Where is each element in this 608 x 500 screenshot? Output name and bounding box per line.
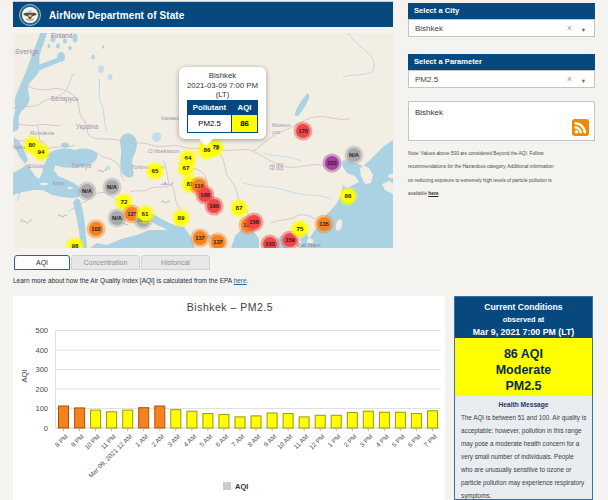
svg-text:137: 137 — [213, 239, 223, 245]
svg-text:8 PM: 8 PM — [53, 432, 69, 448]
svg-text:10 PM: 10 PM — [82, 432, 100, 450]
svg-text:102: 102 — [91, 226, 101, 232]
svg-text:89: 89 — [178, 214, 185, 221]
svg-text:137: 137 — [195, 235, 205, 241]
svg-text:98: 98 — [72, 242, 79, 248]
svg-text:AQI: AQI — [20, 369, 29, 382]
svg-text:1 PM: 1 PM — [326, 432, 342, 448]
svg-text:500: 500 — [35, 326, 48, 335]
svg-text:5 PM: 5 PM — [390, 432, 406, 448]
svg-text:7 AM: 7 AM — [230, 432, 245, 447]
svg-text:2 PM: 2 PM — [342, 432, 358, 448]
svg-text:200: 200 — [35, 384, 48, 393]
svg-text:Кипр: Кипр — [53, 180, 64, 186]
svg-text:Монгол: Монгол — [272, 122, 291, 128]
svg-text:Sverige: Sverige — [15, 48, 39, 56]
svg-text:N/A: N/A — [82, 188, 93, 194]
svg-text:158: 158 — [249, 219, 259, 225]
svg-text:Ελλάς: Ελλάς — [28, 163, 44, 169]
svg-text:N/A: N/A — [112, 215, 123, 221]
svg-text:AQI: AQI — [235, 482, 248, 491]
svg-text:România: România — [30, 130, 55, 136]
svg-text:8 AM: 8 AM — [246, 432, 261, 447]
svg-text:87: 87 — [236, 204, 243, 211]
svg-text:6 PM: 6 PM — [406, 432, 422, 448]
svg-text:86: 86 — [345, 192, 352, 199]
svg-text:Türkiye: Türkiye — [71, 162, 92, 170]
svg-text:N/A: N/A — [349, 152, 360, 158]
svg-text:Finland: Finland — [51, 33, 73, 39]
svg-text:11 AM: 11 AM — [291, 432, 309, 450]
svg-text:N/A: N/A — [107, 184, 118, 190]
svg-text:3 AM: 3 AM — [165, 432, 180, 447]
svg-text:0: 0 — [43, 423, 47, 432]
svg-text:Bishkek – PM2.5: Bishkek – PM2.5 — [186, 301, 272, 313]
svg-text:улс: улс — [272, 129, 281, 135]
svg-text:61: 61 — [142, 210, 149, 217]
svg-text:65: 65 — [152, 167, 159, 174]
svg-text:400: 400 — [35, 345, 48, 354]
svg-text:300: 300 — [35, 365, 48, 374]
svg-text:153: 153 — [265, 241, 275, 247]
svg-text:6 AM: 6 AM — [214, 432, 229, 447]
svg-text:3 PM: 3 PM — [358, 432, 374, 448]
svg-text:5 AM: 5 AM — [198, 432, 213, 447]
svg-text:176: 176 — [298, 128, 308, 134]
svg-text:7 PM: 7 PM — [422, 432, 438, 448]
svg-text:10 AM: 10 AM — [275, 432, 293, 450]
svg-text:100: 100 — [35, 404, 48, 413]
svg-text:135: 135 — [319, 221, 329, 227]
svg-text:94: 94 — [38, 148, 45, 155]
svg-text:Україна: Україна — [76, 123, 99, 131]
svg-text:72: 72 — [121, 198, 128, 205]
svg-text:1 AM: 1 AM — [133, 432, 148, 447]
svg-text:159: 159 — [285, 237, 295, 243]
svg-text:Viet Nam: Viet Nam — [296, 242, 321, 248]
svg-text:86: 86 — [204, 146, 211, 153]
svg-text:223: 223 — [327, 160, 337, 166]
svg-text:O’zbekiston: O’zbekiston — [148, 148, 179, 154]
svg-text:160: 160 — [209, 203, 219, 209]
svg-text:67: 67 — [183, 164, 190, 171]
svg-text:168: 168 — [200, 192, 210, 198]
svg-text:4 AM: 4 AM — [182, 432, 197, 447]
svg-text:Беларусь: Беларусь — [51, 95, 79, 103]
svg-text:12 PM: 12 PM — [307, 432, 325, 450]
svg-text:4 PM: 4 PM — [374, 432, 390, 448]
svg-text:2 AM: 2 AM — [149, 432, 164, 447]
svg-text:75: 75 — [297, 225, 304, 232]
